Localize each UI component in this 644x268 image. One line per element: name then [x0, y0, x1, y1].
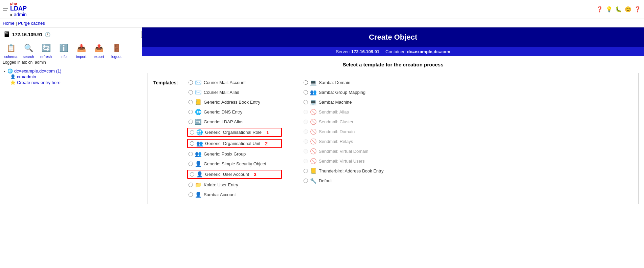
server-info: 🖥 172.16.109.91 🕐	[3, 30, 139, 39]
samba-machine-icon: 💻	[310, 99, 317, 105]
info-circle-icon[interactable]: ❓	[634, 6, 641, 13]
template-sendmail-alias: 🚫 Sendmail: Alias	[302, 108, 397, 116]
search-label[interactable]: search	[23, 55, 34, 59]
template-generic-org-unit[interactable]: 👥 Generic: Organisational Unit 2	[187, 139, 282, 148]
generic-address-book-icon: 📒	[195, 99, 202, 105]
sidebar-toggle[interactable]: +	[141, 31, 142, 38]
annotation-3: 3	[254, 172, 257, 177]
radio-courier-mail-alias[interactable]	[188, 90, 193, 95]
template-courier-mail-alias[interactable]: ✉️ Courier Mail: Alias	[187, 88, 282, 96]
template-kolab-user-entry[interactable]: 📁 Kolab: User Entry	[187, 181, 282, 189]
template-generic-ldap-alias[interactable]: ➡️ Generic: LDAP Alias	[187, 118, 282, 126]
samba-group-mapping-label: Samba: Group Mapping	[319, 90, 365, 95]
samba-machine-label: Samba: Machine	[319, 100, 352, 105]
generic-posix-group-icon: 👥	[195, 151, 202, 157]
radio-generic-org-role[interactable]	[190, 130, 194, 135]
import-label[interactable]: import	[76, 55, 87, 59]
template-generic-posix-group[interactable]: 👥 Generic: Posix Group	[187, 150, 282, 158]
content: Create Object Server: 172.16.109.91 Cont…	[142, 27, 644, 268]
sidebar: + 🖥 172.16.109.91 🕐 📋 schema 🔍 search 🔄 …	[0, 27, 142, 268]
kolab-user-entry-icon: 📁	[195, 182, 202, 188]
generic-ldap-alias-icon: ➡️	[195, 119, 202, 125]
radio-samba-domain[interactable]	[304, 80, 308, 85]
toolbar-logout[interactable]: 🚪 logout	[108, 42, 125, 59]
template-samba-machine[interactable]: 💻 Samba: Machine	[302, 98, 397, 106]
info-label[interactable]: info	[61, 55, 67, 59]
logo-lines	[3, 8, 8, 11]
toolbar-refresh[interactable]: 🔄 refresh	[38, 42, 54, 59]
template-generic-simple-security[interactable]: 👤 Generic: Simple Security Object	[187, 160, 282, 168]
courier-mail-account-icon: ✉️	[195, 79, 202, 86]
radio-courier-mail-account[interactable]	[188, 80, 193, 85]
template-sendmail-domain: 🚫 Sendmail: Domain	[302, 128, 397, 136]
export-icon: 📤	[92, 42, 105, 55]
toolbar-import[interactable]: 📥 import	[73, 42, 89, 59]
template-samba-group-mapping[interactable]: 👥 Samba: Group Mapping	[302, 88, 397, 96]
radio-generic-user-account[interactable]	[190, 172, 194, 177]
tree-create-entry-label[interactable]: Create new entry here	[17, 80, 61, 85]
tree-cn-admin[interactable]: 👤 cn=admin	[10, 74, 139, 80]
toolbar-search[interactable]: 🔍 search	[20, 42, 37, 59]
generic-org-unit-icon: 👥	[196, 140, 203, 147]
tree-expand-icon[interactable]: ▪	[4, 69, 5, 73]
template-sendmail-relays: 🚫 Sendmail: Relays	[302, 138, 397, 145]
server-label: Server:	[336, 49, 350, 54]
template-generic-address-book[interactable]: 📒 Generic: Address Book Entry	[187, 98, 282, 106]
template-generic-dns[interactable]: 🌐 Generic: DNS Entry	[187, 108, 282, 116]
template-courier-mail-account[interactable]: ✉️ Courier Mail: Account	[187, 79, 282, 86]
help-icon[interactable]: ❓	[596, 6, 603, 13]
thunderbird-address-book-icon: 📒	[310, 168, 317, 174]
template-generic-org-role[interactable]: 🌐 Generic: Organisational Role 1	[187, 128, 282, 137]
smiley-icon[interactable]: 😊	[624, 6, 632, 13]
purge-caches-link[interactable]: Purge caches	[18, 21, 45, 26]
radio-sendmail-alias	[304, 110, 308, 114]
toolbar-export[interactable]: 📤 export	[91, 42, 107, 59]
template-generic-user-account[interactable]: 👤 Generic: User Account 3	[187, 170, 282, 179]
radio-samba-group-mapping[interactable]	[304, 90, 308, 95]
radio-generic-dns[interactable]	[188, 110, 193, 114]
template-default[interactable]: 🔧 Default	[302, 177, 397, 185]
radio-kolab-user-entry[interactable]	[188, 183, 193, 187]
template-sendmail-cluster: 🚫 Sendmail: Cluster	[302, 118, 397, 126]
home-link[interactable]: Home	[3, 21, 15, 26]
header-icons: ❓ 💡 🐛 😊 ❓	[596, 6, 641, 13]
container-value: dc=example,dc=com	[407, 49, 450, 54]
template-samba-account[interactable]: 👤 Samba: Account	[187, 191, 282, 199]
tree-root[interactable]: ▪ 🌐 dc=example,dc=com (1)	[4, 68, 139, 74]
default-label: Default	[319, 178, 333, 183]
tree-create-entry[interactable]: ⭐ Create new entry here	[10, 80, 139, 85]
tree: ▪ 🌐 dc=example,dc=com (1) 👤 cn=admin ⭐ C…	[3, 68, 139, 85]
toolbar-schema[interactable]: 📋 schema	[3, 42, 19, 59]
toolbar: 📋 schema 🔍 search 🔄 refresh ℹ️ info 📥 im…	[3, 42, 139, 59]
tree-root-label[interactable]: dc=example,dc=com (1)	[14, 68, 61, 74]
export-label[interactable]: export	[94, 55, 104, 59]
search-icon: 🔍	[22, 42, 35, 55]
generic-org-role-label: Generic: Organisational Role	[205, 130, 262, 135]
generic-simple-security-icon: 👤	[195, 161, 202, 167]
template-samba-domain[interactable]: 💻 Samba: Domain	[302, 79, 397, 86]
radio-generic-ldap-alias[interactable]	[188, 120, 193, 124]
generic-org-unit-label: Generic: Organisational Unit	[205, 141, 260, 146]
schema-label[interactable]: schema	[4, 55, 18, 59]
radio-default[interactable]	[304, 179, 308, 183]
radio-generic-simple-security[interactable]	[188, 162, 193, 166]
radio-samba-machine[interactable]	[304, 100, 308, 104]
template-col-2: 💻 Samba: Domain 👥 Samba: Group Mapping 💻…	[302, 79, 397, 199]
courier-mail-account-label: Courier Mail: Account	[204, 80, 246, 85]
radio-generic-posix-group[interactable]	[188, 152, 193, 156]
bug-icon[interactable]: 🐛	[615, 6, 622, 13]
refresh-label[interactable]: refresh	[40, 55, 52, 59]
schema-icon: 📋	[4, 42, 17, 55]
sendmail-virtual-domain-label: Sendmail: Virtual Domain	[319, 149, 368, 154]
annotation-1: 1	[266, 130, 269, 135]
bulb-icon[interactable]: 💡	[605, 6, 613, 13]
radio-samba-account[interactable]	[188, 192, 193, 197]
template-thunderbird-address-book[interactable]: 📒 Thunderbird: Address Book Entry	[302, 167, 397, 175]
toolbar-info[interactable]: ℹ️ info	[55, 42, 72, 59]
radio-generic-org-unit[interactable]	[190, 141, 194, 146]
tree-cn-admin-label[interactable]: cn=admin	[17, 74, 36, 79]
tree-star-icon: ⭐	[10, 80, 16, 85]
radio-thunderbird-address-book[interactable]	[304, 169, 308, 173]
logout-label[interactable]: logout	[111, 55, 121, 59]
radio-generic-address-book[interactable]	[188, 100, 193, 104]
